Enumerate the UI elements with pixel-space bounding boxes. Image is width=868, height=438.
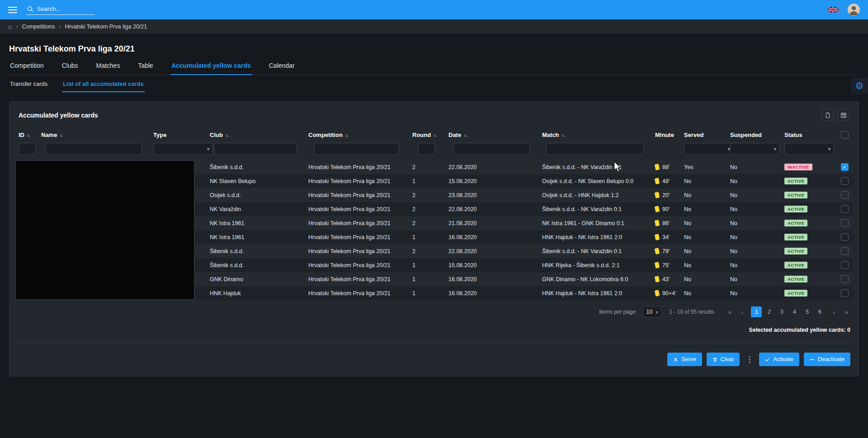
subtab-list-of-all-accumulated-cards[interactable]: List of all accumulated cards [62,80,144,92]
sort-icon[interactable]: ↑↓ [345,133,348,138]
row-checkbox[interactable]: ✓ [841,163,849,171]
search-icon [27,6,33,12]
chevron-down-icon: ▾ [207,146,209,151]
action-buttons: ServeClear ⋮ ActivateDeactivate [15,353,853,366]
cell-suspended: No [726,272,781,286]
action-deactivate-button[interactable]: Deactivate [804,353,850,366]
action-clear-button[interactable]: Clear [707,353,740,366]
column-header-club[interactable]: Club↑↓ [206,127,305,142]
column-label: ID [19,132,24,138]
filter-input-match[interactable] [546,143,643,155]
cell-minute: 34' [651,230,680,244]
first-page-button[interactable]: « [726,309,734,316]
search-box[interactable] [26,5,95,15]
cell-minute: 90' [651,202,680,216]
minute-value: 88' [662,164,670,170]
breadcrumb-current: Hrvatski Telekom Prva liga 20/21 [65,24,147,30]
cell-served: No [680,174,726,188]
row-checkbox[interactable] [841,233,849,241]
status-badge: ACTIVE [784,220,807,227]
select-all-checkbox[interactable] [841,131,849,139]
filter-select-suspended[interactable]: ▾ [730,143,780,155]
page-button-1[interactable]: 1 [751,306,762,317]
filter-input-club[interactable] [214,143,297,155]
page-button-4[interactable]: 4 [789,306,800,317]
column-header-date[interactable]: Date↑↓ [445,127,538,142]
sort-icon[interactable]: ↑↓ [463,133,466,138]
sort-icon[interactable]: ↑↓ [225,133,228,138]
sort-icon[interactable]: ↑↓ [433,133,436,138]
row-checkbox[interactable] [841,219,849,227]
column-header-competition[interactable]: Competition↑↓ [305,127,409,142]
filter-select-status[interactable]: ▾ [784,143,834,155]
next-page-button[interactable]: › [830,309,837,316]
items-per-page-select[interactable]: 10 ▾ [642,306,662,318]
sort-icon[interactable]: ↑↓ [561,133,564,138]
page-button-2[interactable]: 2 [764,306,774,317]
tab-matches[interactable]: Matches [95,62,121,75]
column-header-name[interactable]: Name↑↓ [38,127,150,142]
row-checkbox[interactable] [841,177,849,185]
export-file-button[interactable] [821,109,834,121]
language-flag-icon[interactable] [828,6,839,13]
prev-page-button[interactable]: ‹ [739,309,745,316]
table-columns-button[interactable] [837,109,849,121]
action-serve-button[interactable]: Serve [667,353,702,366]
column-header-id[interactable]: ID↑↓ [15,127,38,142]
row-checkbox[interactable] [841,261,849,269]
tab-calendar[interactable]: Calendar [268,62,296,75]
status-badge: ACTIVE [784,178,807,185]
user-avatar[interactable] [848,4,860,16]
page-button-5[interactable]: 5 [802,306,812,317]
row-checkbox[interactable] [841,289,849,297]
breadcrumb-competitions[interactable]: Competitions [22,24,55,30]
column-label: Competition [308,132,343,138]
tab-clubs[interactable]: Clubs [61,62,79,75]
cell-select [836,258,853,272]
more-options-icon[interactable]: ⋮ [744,355,755,364]
filter-cell-club [206,142,305,160]
cell-select [836,202,853,216]
tab-table[interactable]: Table [137,62,154,75]
row-checkbox[interactable] [841,247,849,255]
row-checkbox[interactable] [841,205,849,213]
filter-select-type[interactable]: ▾ [153,143,213,155]
row-checkbox[interactable] [841,191,849,199]
cell-suspended: No [726,286,781,300]
tab-competition[interactable]: Competition [9,62,45,75]
cell-competition: Hrvatski Telekom Prva liga 20/21 [305,230,409,244]
hamburger-menu-icon[interactable] [8,7,17,13]
filter-input-date[interactable] [453,143,529,155]
sort-icon[interactable]: ↑↓ [59,133,62,138]
breadcrumb-separator: › [16,24,18,30]
search-input[interactable] [37,5,94,12]
last-page-button[interactable]: » [843,309,850,316]
page-button-3[interactable]: 3 [776,306,787,317]
action-activate-button[interactable]: Activate [759,353,799,366]
filter-input-competition[interactable] [314,143,399,155]
home-icon[interactable]: ⌂ [8,24,12,30]
cell-club: Šibenik s.d.d. [206,258,305,272]
column-label: Type [153,132,166,138]
tab-accumulated-yellow-cards[interactable]: Accumulated yellow cards [170,62,252,75]
cell-select [836,230,853,244]
filter-input-round[interactable] [418,143,435,155]
chevron-down-icon: ▾ [728,146,730,151]
cell-suspended: No [726,216,781,230]
cell-match: Šibenik s.d.d. - NK Varaždin 0:1 [538,160,651,174]
column-header-status: Status [781,127,836,142]
column-header-match[interactable]: Match↑↓ [538,127,651,142]
yellow-card-icon [655,248,660,254]
filter-input-name[interactable] [45,143,142,155]
row-checkbox[interactable] [841,275,849,283]
cell-competition: Hrvatski Telekom Prva liga 20/21 [305,174,409,188]
settings-gear-button[interactable]: ⚙ [851,78,868,94]
sort-icon[interactable]: ↑↓ [27,133,29,138]
subtab-transfer-cards[interactable]: Transfer cards [9,80,48,92]
filter-input-id[interactable] [19,143,36,155]
cell-select [836,216,853,230]
page-button-6[interactable]: 6 [814,306,825,317]
gear-icon: ⚙ [855,80,864,91]
breadcrumb-separator: › [59,24,61,30]
column-header-round[interactable]: Round↑↓ [409,127,445,142]
